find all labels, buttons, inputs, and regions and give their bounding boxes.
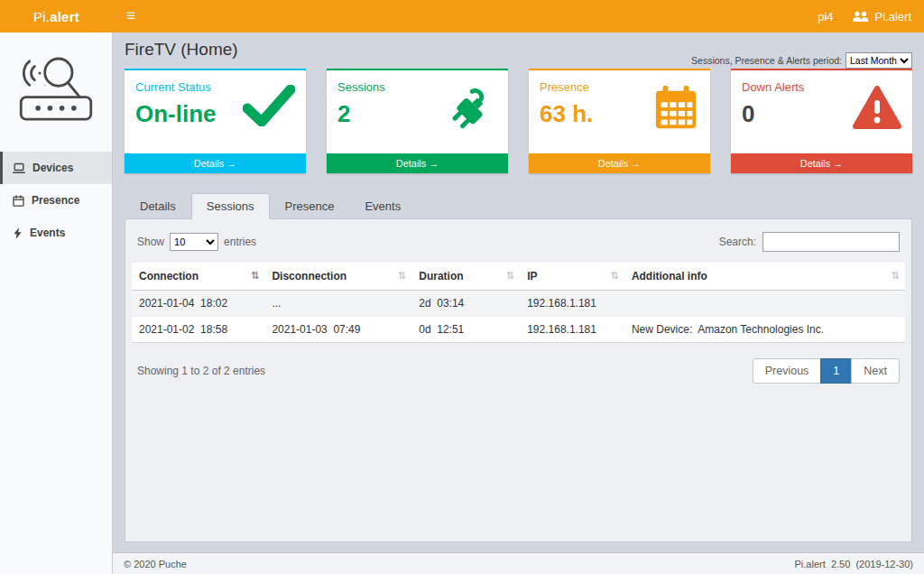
info-box-row: Current Status On-line Details→ Sessions… [125, 69, 912, 173]
sidebar-item-devices[interactable]: Devices [0, 152, 112, 184]
sidebar-toggle-button[interactable]: ≡ [113, 0, 149, 32]
show-label: Show [137, 236, 164, 248]
sidebar-item-events[interactable]: Events [0, 217, 112, 249]
period-selector: Sessions, Presence & Alerts period: Last… [691, 52, 912, 69]
arrow-circle-icon: → [429, 153, 439, 173]
copyright-text: © 2020 Puche [124, 559, 187, 569]
events-bolt-icon [13, 227, 23, 239]
arrow-circle-icon: → [833, 153, 843, 173]
sidebar: Devices Presence Events [0, 32, 113, 574]
sessions-box: Sessions 2 [327, 69, 508, 173]
device-panel: Details Sessions Presence Events Show 10… [125, 193, 912, 542]
version-text: Pi.alert 2.50 (2019-12-30) [795, 559, 913, 569]
logo-suffix: alert [50, 9, 79, 24]
users-icon [852, 11, 869, 23]
footer: © 2020 Puche Pi.alert 2.50 (2019-12-30) [113, 552, 924, 574]
next-page-button[interactable]: Next [851, 358, 900, 384]
current-status-box: Current Status On-line Details→ [125, 69, 306, 173]
period-label: Sessions, Presence & Alerts period: [691, 55, 842, 66]
user-menu[interactable]: Pi.alert [852, 10, 911, 23]
cell-disconnection: ... [264, 291, 411, 317]
user-menu-label: Pi.alert [875, 10, 911, 23]
pagination: Previous 1 Next [753, 358, 900, 384]
arrow-circle-icon: → [631, 153, 641, 173]
table-row: 2021-01-02 18:58 2021-01-03 07:49 0d 12:… [132, 317, 905, 343]
cell-connection: 2021-01-02 18:58 [132, 317, 264, 343]
search-label: Search: [719, 236, 756, 248]
cell-ip: 192.168.1.181 [520, 291, 624, 317]
period-select[interactable]: Last Month [845, 52, 912, 69]
plug-icon [448, 85, 497, 137]
sidebar-item-label: Presence [32, 194, 79, 207]
search-input[interactable] [762, 232, 900, 252]
entries-label: entries [224, 236, 256, 248]
details-link[interactable]: Details→ [529, 153, 710, 173]
page-size-select[interactable]: 10 [170, 233, 218, 251]
calendar-icon [652, 85, 699, 135]
column-header-additional-info[interactable]: Additional info⇅ [624, 263, 905, 291]
previous-page-button[interactable]: Previous [753, 358, 822, 384]
menu-icon: ≡ [126, 7, 135, 24]
sessions-table: Connection⇅ Disconnection⇅ Duration⇅ IP⇅… [132, 263, 905, 343]
table-controls: Show 10 entries Search: [132, 227, 905, 263]
tab-sessions[interactable]: Sessions [191, 193, 270, 219]
details-link[interactable]: Details→ [327, 153, 508, 173]
presence-box: Presence 63 h. [529, 69, 710, 173]
tab-presence[interactable]: Presence [270, 193, 350, 218]
hostname-label: pi4 [818, 10, 833, 23]
cell-ip: 192.168.1.181 [520, 317, 624, 343]
cell-additional-info [624, 291, 905, 317]
sort-icon: ⇅ [251, 270, 259, 282]
column-header-ip[interactable]: IP⇅ [520, 263, 624, 291]
column-header-connection[interactable]: Connection⇅ [132, 263, 264, 291]
sidebar-item-presence[interactable]: Presence [0, 184, 112, 217]
top-navbar: Pi.alert ≡ pi4 Pi.alert [0, 0, 924, 32]
column-header-disconnection[interactable]: Disconnection⇅ [264, 263, 411, 291]
sidebar-item-label: Devices [32, 162, 73, 174]
tab-details[interactable]: Details [125, 193, 191, 218]
logo-prefix: Pi. [33, 9, 50, 24]
table-header-row: Connection⇅ Disconnection⇅ Duration⇅ IP⇅… [132, 263, 905, 291]
check-icon [243, 85, 295, 130]
cell-disconnection: 2021-01-03 07:49 [264, 317, 411, 343]
sort-icon: ⇅ [506, 270, 514, 282]
cell-connection: 2021-01-04 18:02 [132, 291, 264, 317]
page-1-button[interactable]: 1 [820, 358, 852, 384]
content-area: FireTV (Home) Sessions, Presence & Alert… [113, 32, 924, 552]
tab-events[interactable]: Events [349, 193, 416, 218]
devices-icon [13, 162, 25, 174]
details-link[interactable]: Details→ [125, 153, 306, 173]
presence-calendar-icon [13, 195, 24, 207]
pi-alert-app: Pi.alert ≡ pi4 Pi.alert [0, 0, 924, 574]
down-alerts-box: Down Alerts 0 Details→ [731, 69, 912, 173]
sidebar-menu: Devices Presence Events [0, 152, 112, 249]
sessions-tab-panel: Show 10 entries Search: Connection⇅ Disc… [125, 219, 912, 542]
sort-icon: ⇅ [892, 270, 900, 282]
tab-bar: Details Sessions Presence Events [125, 193, 912, 219]
navbar-right: pi4 Pi.alert [818, 10, 924, 23]
cell-additional-info: New Device: Amazon Technologies Inc. [624, 317, 905, 343]
cell-duration: 0d 12:51 [411, 317, 520, 343]
details-link[interactable]: Details→ [731, 153, 912, 173]
app-logo[interactable]: Pi.alert [0, 0, 113, 32]
warning-triangle-icon [853, 85, 901, 135]
sort-icon: ⇅ [398, 270, 406, 282]
table-info-text: Showing 1 to 2 of 2 entries [137, 365, 265, 377]
column-header-duration[interactable]: Duration⇅ [411, 263, 520, 291]
sidebar-item-label: Events [30, 227, 65, 239]
table-footer: Showing 1 to 2 of 2 entries Previous 1 N… [132, 358, 905, 384]
table-row: 2021-01-04 18:02 ... 2d 03:14 192.168.1.… [132, 291, 905, 317]
cell-duration: 2d 03:14 [411, 291, 520, 317]
sort-icon: ⇅ [611, 270, 619, 282]
pialert-logo-image [0, 32, 112, 143]
arrow-circle-icon: → [226, 153, 236, 173]
